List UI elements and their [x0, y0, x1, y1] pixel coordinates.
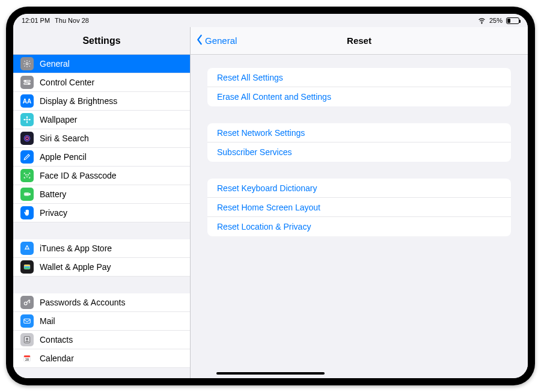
svg-point-0	[481, 23, 482, 23]
wallet-icon	[20, 260, 34, 274]
sidebar-group-spacer	[13, 222, 190, 239]
option-group: Reset Keyboard DictionaryReset Home Scre…	[207, 179, 511, 236]
sidebar-item-wallpaper[interactable]: Wallpaper	[13, 111, 190, 129]
detail-header: General Reset	[191, 27, 528, 55]
sidebar-item-general[interactable]: General	[13, 55, 190, 73]
svg-point-8	[26, 121, 28, 123]
mail-icon	[20, 314, 34, 328]
ipad-screen: 12:01 PM Thu Nov 28 25% Settings	[13, 14, 528, 378]
sidebar-item-label: Control Center	[40, 78, 94, 87]
svg-rect-19	[24, 265, 29, 266]
option-reset-network-settings[interactable]: Reset Network Settings	[207, 123, 511, 142]
sidebar-item-mail[interactable]: Mail	[13, 312, 190, 331]
svg-point-4	[25, 81, 26, 82]
svg-rect-21	[24, 268, 29, 269]
AA-icon: AA	[20, 94, 34, 108]
svg-point-1	[26, 63, 28, 65]
sidebar-item-display-brightness[interactable]: AADisplay & Brightness	[13, 92, 190, 111]
svg-text:28: 28	[25, 358, 29, 361]
sidebar-item-control-center[interactable]: Control Center	[13, 73, 190, 92]
sidebar-item-passwords-accounts[interactable]: Passwords & Accounts	[13, 293, 190, 312]
detail-pane: General Reset Reset All SettingsErase Al…	[191, 27, 528, 378]
sidebar-item-label: Contacts	[40, 335, 73, 345]
switches-icon	[20, 76, 34, 89]
sidebar-item-battery[interactable]: Battery	[13, 185, 190, 204]
option-reset-keyboard-dictionary[interactable]: Reset Keyboard Dictionary	[207, 179, 511, 198]
option-group: Reset Network SettingsSubscriber Service…	[207, 123, 511, 162]
sidebar-title: Settings	[13, 27, 190, 55]
sidebar-item-face-id-passcode[interactable]: Face ID & Passcode	[13, 167, 190, 185]
sidebar-item-label: Siri & Search	[40, 133, 89, 143]
calendar-icon: 28	[20, 352, 34, 365]
sidebar: Settings GeneralControl CenterAADisplay …	[13, 27, 191, 378]
svg-rect-17	[29, 194, 30, 195]
option-subscriber-services[interactable]: Subscriber Services	[207, 142, 511, 162]
sidebar-item-label: iTunes & App Store	[40, 243, 112, 253]
contacts-icon	[20, 333, 34, 346]
siri-icon	[20, 132, 34, 145]
sidebar-item-label: Privacy	[40, 208, 67, 218]
sidebar-item-label: Battery	[40, 189, 66, 199]
sidebar-item-label: General	[40, 59, 70, 69]
option-reset-home-screen-layout[interactable]: Reset Home Screen Layout	[207, 198, 511, 217]
sidebar-item-label: Display & Brightness	[40, 96, 117, 106]
hand-icon	[20, 206, 34, 219]
sidebar-item-label: Wallpaper	[40, 115, 78, 124]
detail-title: Reset	[191, 35, 528, 46]
svg-point-11	[24, 135, 29, 141]
svg-point-7	[26, 116, 28, 118]
svg-point-14	[28, 174, 28, 175]
sidebar-item-calendar[interactable]: 28Calendar	[13, 349, 190, 368]
option-label: Reset All Settings	[217, 73, 283, 82]
chevron-left-icon	[195, 34, 204, 47]
svg-point-22	[24, 302, 27, 305]
option-label: Reset Home Screen Layout	[217, 203, 320, 212]
battery-percent: 25%	[489, 17, 503, 24]
ipad-frame: 12:01 PM Thu Nov 28 25% Settings	[6, 7, 535, 385]
option-label: Subscriber Services	[217, 147, 292, 157]
battery-icon	[20, 188, 34, 201]
wifi-icon	[478, 17, 486, 25]
sidebar-item-itunes-app-store[interactable]: iTunes & App Store	[13, 239, 190, 258]
svg-rect-27	[24, 355, 31, 357]
svg-point-13	[26, 174, 26, 175]
svg-rect-20	[24, 266, 29, 268]
sidebar-item-wallet-apple-pay[interactable]: Wallet & Apple Pay	[13, 258, 190, 277]
pencil-icon	[20, 150, 34, 164]
sidebar-item-label: Apple Pencil	[40, 152, 87, 162]
gear-icon	[20, 57, 34, 70]
sidebar-item-contacts[interactable]: Contacts	[13, 331, 190, 349]
option-label: Erase All Content and Settings	[217, 92, 331, 102]
option-group: Reset All SettingsErase All Content and …	[207, 68, 511, 106]
svg-rect-16	[25, 194, 29, 195]
sidebar-item-label: Mail	[40, 316, 55, 326]
status-bar: 12:01 PM Thu Nov 28 25%	[13, 14, 528, 27]
svg-point-6	[26, 119, 28, 121]
back-label: General	[205, 35, 237, 46]
sidebar-item-siri-search[interactable]: Siri & Search	[13, 129, 190, 148]
option-erase-all-content-and-settings[interactable]: Erase All Content and Settings	[207, 87, 511, 106]
option-reset-location-privacy[interactable]: Reset Location & Privacy	[207, 217, 511, 236]
sidebar-item-label: Face ID & Passcode	[40, 171, 117, 180]
home-indicator[interactable]	[216, 372, 325, 375]
sidebar-list[interactable]: GeneralControl CenterAADisplay & Brightn…	[13, 55, 190, 378]
svg-rect-23	[24, 319, 31, 323]
sidebar-item-apple-pencil[interactable]: Apple Pencil	[13, 148, 190, 167]
svg-point-12	[26, 137, 29, 140]
sidebar-item-label: Calendar	[40, 354, 74, 363]
face-icon	[20, 169, 34, 182]
detail-body[interactable]: Reset All SettingsErase All Content and …	[191, 55, 528, 378]
option-label: Reset Keyboard Dictionary	[217, 183, 317, 193]
option-label: Reset Network Settings	[217, 128, 305, 138]
svg-point-9	[23, 119, 26, 120]
option-reset-all-settings[interactable]: Reset All Settings	[207, 68, 511, 87]
back-button[interactable]: General	[191, 34, 237, 47]
status-date: Thu Nov 28	[55, 17, 89, 24]
sidebar-item-label: Passwords & Accounts	[40, 298, 125, 307]
key-icon	[20, 296, 34, 309]
flower-icon	[20, 113, 34, 126]
option-label: Reset Location & Privacy	[217, 222, 311, 231]
split-view: Settings GeneralControl CenterAADisplay …	[13, 27, 528, 378]
sidebar-item-privacy[interactable]: Privacy	[13, 204, 190, 222]
svg-point-10	[28, 119, 31, 120]
